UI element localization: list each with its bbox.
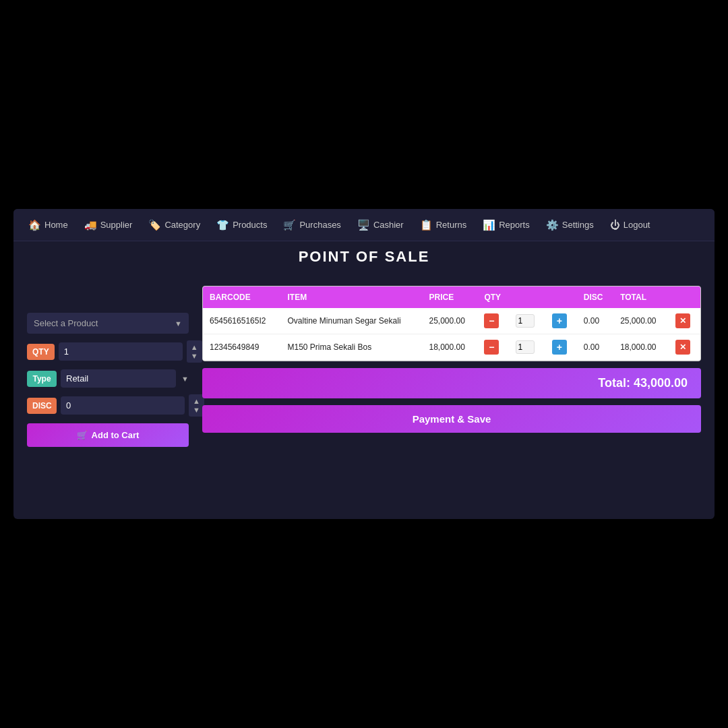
cart-icon: 🛒: [77, 430, 88, 440]
qty-field[interactable]: [516, 314, 535, 328]
delete-row-button[interactable]: ✕: [675, 313, 690, 328]
cell-disc: 0.00: [577, 334, 613, 361]
payment-save-button[interactable]: Payment & Save: [202, 405, 701, 433]
cell-total: 25,000.00: [613, 308, 669, 334]
category-icon: 🏷️: [148, 219, 161, 231]
disc-label: DISC: [27, 398, 57, 414]
nav-purchases-label: Purchases: [299, 220, 340, 230]
qty-spinner[interactable]: ▲ ▼: [187, 340, 202, 363]
table-row: 12345649849 M150 Prima Sekali Bos 18,000…: [203, 334, 700, 361]
payment-label: Payment & Save: [413, 413, 491, 425]
right-panel: BARCODE ITEM PRICE QTY DISC TOTAL 654561…: [202, 286, 701, 508]
cashier-icon: 🖥️: [357, 219, 370, 231]
cell-price: 18,000.00: [422, 334, 477, 361]
nav-settings-label: Settings: [562, 220, 594, 230]
products-icon: 👕: [216, 219, 229, 231]
add-to-cart-button[interactable]: 🛒 Add to Cart: [27, 423, 189, 447]
nav-products-label: Products: [233, 220, 267, 230]
col-qty: QTY: [477, 286, 576, 308]
cell-qty-minus[interactable]: −: [477, 308, 509, 334]
returns-icon: 📋: [420, 219, 433, 231]
product-select-wrapper: Select a Product ▼: [27, 313, 189, 334]
cart-table: BARCODE ITEM PRICE QTY DISC TOTAL 654561…: [203, 286, 700, 361]
cell-qty-minus[interactable]: −: [477, 334, 509, 361]
reports-icon: 📊: [483, 219, 495, 231]
total-bar: Total: 43,000.00: [202, 368, 701, 398]
nav-category-label: Category: [164, 220, 200, 230]
qty-row: QTY ▲ ▼: [27, 340, 189, 363]
nav-returns[interactable]: 📋 Returns: [413, 215, 474, 235]
nav-supplier-label: Supplier: [100, 220, 133, 230]
supplier-icon: 🚚: [84, 219, 97, 231]
nav-returns-label: Returns: [436, 220, 467, 230]
cell-qty-plus[interactable]: +: [545, 334, 577, 361]
col-barcode: BARCODE: [203, 286, 280, 308]
type-label: Type: [27, 371, 57, 387]
home-icon: 🏠: [28, 219, 41, 231]
page-title-row: POINT OF SALE: [13, 241, 715, 275]
nav-home[interactable]: 🏠 Home: [22, 215, 75, 235]
nav-purchases[interactable]: 🛒 Purchases: [276, 215, 347, 235]
purchases-icon: 🛒: [283, 219, 296, 231]
navbar: 🏠 Home 🚚 Supplier 🏷️ Category 👕 Products…: [13, 209, 715, 241]
qty-minus-button[interactable]: −: [484, 313, 499, 328]
qty-field[interactable]: [516, 340, 535, 354]
qty-minus-button[interactable]: −: [484, 340, 499, 355]
logout-icon: ⏻: [610, 219, 620, 231]
cell-delete[interactable]: ✕: [669, 308, 700, 334]
cell-disc: 0.00: [577, 308, 613, 334]
disc-row: DISC ▲ ▼: [27, 394, 189, 417]
table-header-row: BARCODE ITEM PRICE QTY DISC TOTAL: [203, 286, 700, 308]
cell-barcode: 12345649849: [203, 334, 280, 361]
cell-item: Ovaltine Minuman Segar Sekali: [280, 308, 422, 334]
cell-delete[interactable]: ✕: [669, 334, 700, 361]
cell-total: 18,000.00: [613, 334, 669, 361]
cell-qty-value: [509, 334, 545, 361]
total-label: Total:: [598, 376, 630, 390]
nav-logout[interactable]: ⏻ Logout: [603, 215, 657, 235]
col-disc: DISC: [577, 286, 613, 308]
col-action: [669, 286, 700, 308]
col-total: TOTAL: [613, 286, 669, 308]
type-arrow-icon: ▼: [181, 375, 189, 383]
total-value: 43,000.00: [634, 376, 688, 390]
qty-input[interactable]: [59, 342, 183, 361]
nav-home-label: Home: [44, 220, 68, 230]
add-cart-label: Add to Cart: [92, 430, 140, 440]
nav-cashier-label: Cashier: [373, 220, 404, 230]
nav-settings[interactable]: ⚙️ Settings: [539, 215, 601, 235]
qty-label: QTY: [27, 344, 55, 360]
col-item: ITEM: [280, 286, 422, 308]
qty-plus-button[interactable]: +: [552, 340, 567, 355]
nav-reports[interactable]: 📊 Reports: [476, 215, 537, 235]
settings-icon: ⚙️: [546, 219, 559, 231]
cell-barcode: 65456165165I2: [203, 308, 280, 334]
page-title: POINT OF SALE: [299, 248, 430, 265]
product-select[interactable]: Select a Product: [27, 313, 189, 334]
main-content: Select a Product ▼ QTY ▲ ▼ Type Retail W…: [13, 275, 715, 519]
cell-price: 25,000.00: [422, 308, 477, 334]
left-panel: Select a Product ▼ QTY ▲ ▼ Type Retail W…: [27, 286, 189, 508]
nav-logout-label: Logout: [624, 220, 650, 230]
nav-cashier[interactable]: 🖥️ Cashier: [351, 215, 411, 235]
nav-category[interactable]: 🏷️ Category: [142, 215, 207, 235]
nav-reports-label: Reports: [499, 220, 530, 230]
delete-row-button[interactable]: ✕: [675, 340, 690, 355]
col-price: PRICE: [422, 286, 477, 308]
cart-table-wrapper: BARCODE ITEM PRICE QTY DISC TOTAL 654561…: [202, 286, 701, 361]
nav-products[interactable]: 👕 Products: [210, 215, 274, 235]
table-row: 65456165165I2 Ovaltine Minuman Segar Sek…: [203, 308, 700, 334]
app-window: 🏠 Home 🚚 Supplier 🏷️ Category 👕 Products…: [13, 209, 715, 519]
disc-input[interactable]: [61, 396, 185, 415]
nav-supplier[interactable]: 🚚 Supplier: [78, 215, 140, 235]
type-row: Type Retail Wholesale ▼: [27, 369, 189, 388]
type-select[interactable]: Retail Wholesale: [61, 369, 176, 388]
cell-qty-value: [509, 308, 545, 334]
qty-plus-button[interactable]: +: [552, 313, 567, 328]
cell-item: M150 Prima Sekali Bos: [280, 334, 422, 361]
cell-qty-plus[interactable]: +: [545, 308, 577, 334]
